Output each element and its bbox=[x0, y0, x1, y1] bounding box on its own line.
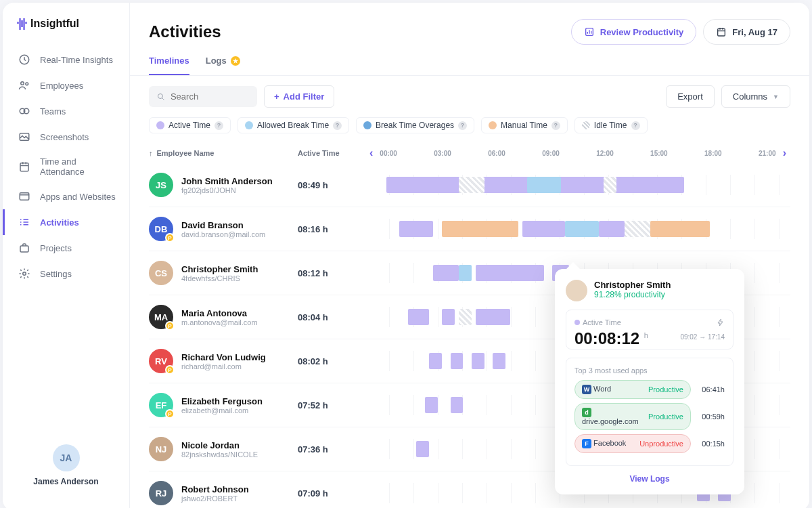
export-button[interactable]: Export bbox=[666, 85, 715, 108]
nav-item-attendance[interactable]: Time and Attendance bbox=[3, 150, 129, 184]
col-employee[interactable]: ↑Employee Name bbox=[149, 149, 298, 157]
help-icon[interactable]: ? bbox=[458, 121, 467, 130]
table-row[interactable]: JS John Smith Andersonfg202jds0/JOHN 08:… bbox=[149, 163, 790, 207]
employee-sub: 82jnskshwdas/NICOLE bbox=[181, 450, 258, 459]
chevron-down-icon: ▼ bbox=[773, 93, 779, 100]
timeline-segment[interactable] bbox=[429, 353, 442, 369]
employee-sub: jshwo2/ROBERT bbox=[181, 494, 249, 503]
timeline-segment[interactable] bbox=[425, 397, 438, 413]
active-time-cell: 08:12 h bbox=[298, 268, 365, 278]
help-icon[interactable]: ? bbox=[215, 121, 223, 130]
brand-name: Insightful bbox=[30, 18, 79, 30]
p-badge-icon: P bbox=[165, 321, 175, 331]
logo: ·|ı|· Insightful bbox=[3, 16, 129, 47]
timeline-segment[interactable] bbox=[650, 221, 710, 237]
current-user[interactable]: JA James Anderson bbox=[3, 433, 129, 497]
view-logs-link[interactable]: View Logs bbox=[566, 474, 734, 484]
search-field[interactable] bbox=[171, 91, 249, 102]
tooltip-name: Christopher Smith bbox=[594, 280, 671, 290]
dot-icon bbox=[245, 121, 253, 129]
timeline-segment[interactable] bbox=[527, 177, 561, 193]
employee-name: Richard Von Ludwig bbox=[181, 352, 266, 362]
date-picker-button[interactable]: Fri, Aug 17 bbox=[703, 19, 790, 45]
timeline-segment[interactable] bbox=[451, 397, 464, 413]
nav-item-activities[interactable]: Activities bbox=[3, 209, 129, 235]
timeline-segment[interactable] bbox=[476, 309, 510, 325]
timeline-segment[interactable] bbox=[476, 265, 543, 281]
timeline-segment[interactable] bbox=[565, 221, 599, 237]
employee-sub: elizabeth@mail.com bbox=[181, 406, 263, 415]
timeline-segment[interactable] bbox=[459, 309, 472, 325]
review-productivity-button[interactable]: Review Productivity bbox=[571, 19, 697, 45]
legend-overages: Break Time Overages? bbox=[356, 117, 474, 133]
people-icon bbox=[18, 79, 30, 91]
nav-item-screenshots[interactable]: Screenshots bbox=[3, 124, 129, 150]
timeline-segment[interactable] bbox=[522, 221, 565, 237]
hour-label: 06:00 bbox=[488, 150, 505, 157]
timeline-segment[interactable] bbox=[433, 265, 459, 281]
nav-item-teams[interactable]: Teams bbox=[3, 98, 129, 124]
timeline-segment[interactable] bbox=[451, 353, 464, 369]
p-badge-icon: P bbox=[165, 233, 175, 242]
app-pill: F Facebook Unproductive bbox=[574, 434, 691, 453]
p-badge-icon: P bbox=[165, 409, 175, 419]
add-filter-button[interactable]: + Add Filter bbox=[264, 85, 334, 108]
list-icon bbox=[18, 216, 30, 228]
nav-item-employees[interactable]: Employees bbox=[3, 72, 129, 98]
timeline-segment[interactable] bbox=[442, 221, 518, 237]
plus-icon: + bbox=[274, 91, 279, 102]
active-time-cell: 08:49 h bbox=[298, 180, 365, 190]
timeline-segment[interactable] bbox=[399, 221, 433, 237]
nav-item-projects[interactable]: Projects bbox=[3, 235, 129, 261]
employee-name: John Smith Anderson bbox=[181, 176, 273, 186]
timeline-segment[interactable] bbox=[604, 177, 616, 193]
timeline-segment[interactable] bbox=[561, 177, 587, 193]
legend-active: Active Time? bbox=[149, 117, 231, 133]
timeline-prev-button[interactable]: ‹ bbox=[365, 147, 377, 159]
timeline-segment[interactable] bbox=[472, 353, 484, 369]
app-icon: F bbox=[582, 439, 591, 448]
avatar: JS bbox=[149, 173, 173, 197]
timeline-segment[interactable] bbox=[493, 353, 505, 369]
timeline-segment[interactable] bbox=[459, 177, 484, 193]
nav-item-apps[interactable]: Apps and Websites bbox=[3, 184, 129, 209]
star-badge-icon: ★ bbox=[231, 56, 240, 66]
svg-point-9 bbox=[23, 272, 26, 276]
nav-label: Employees bbox=[40, 81, 83, 91]
timeline-segment[interactable] bbox=[621, 177, 680, 193]
timeline-segment[interactable] bbox=[625, 221, 650, 237]
col-active[interactable]: Active Time bbox=[298, 149, 365, 157]
employee-cell: DBP David Bransondavid.branson@mail.com bbox=[149, 217, 298, 241]
sort-up-icon: ↑ bbox=[149, 149, 153, 157]
help-icon[interactable]: ? bbox=[333, 121, 342, 130]
tooltip-apps-section: Top 3 most used apps W Word Productive 0… bbox=[566, 358, 734, 466]
help-icon[interactable]: ? bbox=[631, 121, 640, 130]
app-status: Unproductive bbox=[639, 440, 683, 448]
dot-icon bbox=[156, 121, 164, 129]
timeline-segment[interactable] bbox=[442, 309, 455, 325]
tab-logs[interactable]: Logs★ bbox=[206, 56, 240, 75]
hour-label: 03:00 bbox=[434, 150, 451, 157]
timeline-next-button[interactable]: › bbox=[779, 147, 790, 159]
clock-icon bbox=[18, 54, 30, 66]
active-time-cell: 08:16 h bbox=[298, 224, 365, 234]
tab-timelines[interactable]: Timelines bbox=[149, 56, 189, 75]
toolbar: + Add Filter Export Columns▼ bbox=[130, 76, 809, 117]
search-input[interactable] bbox=[149, 86, 257, 107]
nav-label: Time and Attendance bbox=[40, 156, 116, 177]
timeline-segment[interactable] bbox=[416, 441, 429, 457]
timeline-cell[interactable] bbox=[365, 219, 790, 239]
nav-label: Projects bbox=[40, 243, 72, 253]
hour-label: 12:00 bbox=[596, 150, 614, 157]
help-icon[interactable]: ? bbox=[551, 121, 560, 130]
timeline-cell[interactable] bbox=[365, 175, 790, 195]
table-row[interactable]: DBP David Bransondavid.branson@mail.com … bbox=[149, 207, 790, 251]
timeline-segment[interactable] bbox=[459, 265, 472, 281]
columns-button[interactable]: Columns▼ bbox=[721, 85, 790, 108]
nav-item-realtime[interactable]: Real-Time Insights bbox=[3, 47, 129, 72]
timeline-segment[interactable] bbox=[599, 221, 625, 237]
nav-item-settings[interactable]: Settings bbox=[3, 261, 129, 287]
dot-icon bbox=[582, 121, 590, 129]
timeline-segment[interactable] bbox=[408, 309, 429, 325]
search-icon bbox=[157, 92, 165, 102]
